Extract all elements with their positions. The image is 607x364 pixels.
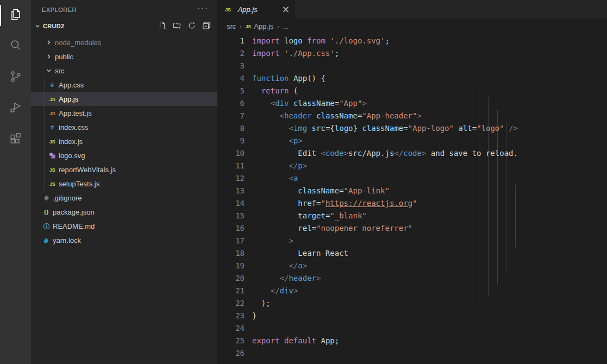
- line-text: Learn React: [245, 247, 348, 260]
- line-text: }: [245, 310, 256, 322]
- js-test-icon: JS: [47, 110, 57, 116]
- breadcrumb-src[interactable]: src: [227, 22, 236, 30]
- tree-item-label: public: [55, 53, 73, 61]
- file-index-css[interactable]: #index.css: [31, 120, 217, 134]
- file-setupTests-js[interactable]: JSsetupTests.js: [31, 177, 217, 191]
- code-line-13[interactable]: 13 className="App-link": [217, 185, 607, 197]
- line-text: function App() {: [245, 72, 326, 85]
- breadcrumb-symbol[interactable]: ...: [283, 22, 289, 30]
- file-tree: node_modulespublicsrc#App.cssJSApp.jsJSA…: [31, 35, 217, 247]
- activity-search-button[interactable]: [0, 31, 31, 62]
- code-line-26[interactable]: 26: [217, 347, 607, 360]
- new-folder-icon[interactable]: [173, 21, 182, 30]
- activity-explorer-button[interactable]: [0, 0, 31, 31]
- folder-src[interactable]: src: [31, 64, 217, 78]
- source-control-icon: [9, 70, 23, 86]
- json-icon: {}: [41, 209, 51, 215]
- files-icon: [9, 8, 23, 24]
- file-gitignore[interactable]: .gitignore: [31, 191, 217, 205]
- js-file-icon: JS: [225, 7, 231, 12]
- line-text: >: [245, 235, 293, 247]
- close-icon[interactable]: ×: [282, 5, 290, 14]
- code-line-24[interactable]: 24: [217, 322, 607, 335]
- code-line-16[interactable]: 16 rel="noopener noreferrer": [217, 222, 607, 235]
- line-number: 24: [217, 322, 245, 335]
- code-line-12[interactable]: 12 <a: [217, 172, 607, 185]
- line-text: target="_blank": [245, 210, 367, 222]
- file-reportWebVitals-js[interactable]: JSreportWebVitals.js: [31, 162, 217, 177]
- tree-item-label: index.js: [59, 137, 83, 146]
- code-line-21[interactable]: 21 </div>: [217, 285, 607, 297]
- line-text: [245, 60, 252, 72]
- file-yarn-lock[interactable]: yarn.lock: [31, 233, 217, 247]
- code-line-11[interactable]: 11 </p>: [217, 160, 607, 172]
- line-number: 20: [217, 272, 245, 285]
- line-text: <p>: [245, 135, 303, 147]
- code-line-9[interactable]: 9 <p>: [217, 135, 607, 147]
- tree-item-label: App.css: [59, 81, 84, 89]
- code-line-18[interactable]: 18 Learn React: [217, 247, 607, 260]
- line-text: <div className="App">: [245, 97, 367, 110]
- code-line-10[interactable]: 10 Edit <code>src/App.js</code> and save…: [217, 147, 607, 160]
- code-line-3[interactable]: 3: [217, 60, 607, 72]
- line-number: 14: [217, 197, 245, 210]
- line-number: 10: [217, 147, 245, 160]
- code-line-20[interactable]: 20 </header>: [217, 272, 607, 285]
- file-App-css[interactable]: #App.css: [31, 78, 217, 92]
- sidebar-title: EXPLORER: [42, 7, 77, 13]
- chevron-right-icon: [45, 38, 53, 47]
- sidebar-header: EXPLORER ···: [31, 0, 217, 19]
- file-package-json[interactable]: {}package.json: [31, 205, 217, 219]
- more-actions-icon[interactable]: ···: [197, 3, 209, 12]
- code-line-1[interactable]: 1import logo from './logo.svg';: [217, 35, 607, 47]
- line-number: 22: [217, 297, 245, 310]
- breadcrumb: src › JS App.js › ...: [217, 19, 607, 34]
- line-number: 18: [217, 247, 245, 260]
- code-line-19[interactable]: 19 </a>: [217, 260, 607, 272]
- line-text: </a>: [245, 260, 307, 272]
- line-text: <a: [245, 172, 298, 185]
- tab-appjs[interactable]: JS App.js ×: [217, 0, 295, 19]
- explorer-actions: [158, 21, 211, 30]
- code-line-2[interactable]: 2import './App.css';: [217, 47, 607, 60]
- code-line-17[interactable]: 17 >: [217, 235, 607, 247]
- breadcrumb-appjs[interactable]: App.js: [254, 22, 273, 30]
- file-App-test-js[interactable]: JSApp.test.js: [31, 106, 217, 120]
- file-App-js[interactable]: JSApp.js: [31, 92, 217, 106]
- folder-node_modules[interactable]: node_modules: [31, 35, 217, 49]
- file-logo-svg[interactable]: logo.svg: [31, 148, 217, 162]
- line-text: rel="noopener noreferrer": [245, 222, 412, 235]
- code-line-22[interactable]: 22 );: [217, 297, 607, 310]
- chevron-right-icon: ›: [239, 22, 242, 30]
- collapse-folders-icon[interactable]: [202, 21, 211, 30]
- code-line-23[interactable]: 23}: [217, 310, 607, 322]
- file-index-js[interactable]: JSindex.js: [31, 134, 217, 148]
- line-text: [245, 347, 252, 360]
- js-icon: JS: [47, 181, 57, 187]
- new-file-icon[interactable]: [158, 21, 167, 30]
- folder-section-header[interactable]: CRUD2: [31, 20, 217, 33]
- code-line-25[interactable]: 25export default App;: [217, 335, 607, 347]
- activity-extensions-button[interactable]: [0, 124, 31, 155]
- folder-public[interactable]: public: [31, 49, 217, 64]
- code-line-15[interactable]: 15 target="_blank": [217, 210, 607, 222]
- code-line-8[interactable]: 8 <img src={logo} className="App-logo" a…: [217, 122, 607, 135]
- line-number: 1: [217, 35, 245, 47]
- chevron-down-icon: [45, 66, 53, 75]
- line-number: 3: [217, 60, 245, 72]
- code-line-6[interactable]: 6 <div className="App">: [217, 97, 607, 110]
- refresh-icon[interactable]: [187, 21, 196, 30]
- line-text: );: [245, 297, 271, 310]
- activity-source-control-button[interactable]: [0, 62, 31, 93]
- file-README-md[interactable]: README.md: [31, 219, 217, 233]
- code-line-14[interactable]: 14 href="https://reactjs.org": [217, 197, 607, 210]
- code-editor[interactable]: 1import logo from './logo.svg';2import '…: [217, 34, 607, 364]
- code-line-7[interactable]: 7 <header className="App-header">: [217, 110, 607, 122]
- js-icon: JS: [47, 96, 57, 102]
- code-line-4[interactable]: 4function App() {: [217, 72, 607, 85]
- line-number: 9: [217, 135, 245, 147]
- activity-run-debug-button[interactable]: [0, 93, 31, 124]
- line-text: href="https://reactjs.org": [245, 197, 417, 210]
- vscode-window: EXPLORER ··· CRUD2: [0, 0, 607, 364]
- code-line-5[interactable]: 5 return (: [217, 85, 607, 97]
